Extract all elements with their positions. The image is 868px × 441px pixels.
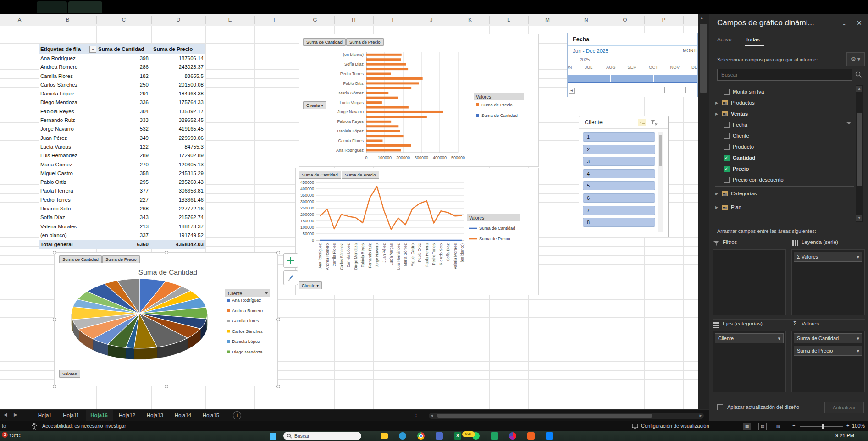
tab-todas[interactable]: Todas bbox=[746, 37, 760, 42]
column-header-F[interactable]: F bbox=[273, 14, 276, 26]
pivot-row[interactable]: Sofía Díaz343215762.74 bbox=[39, 213, 205, 222]
pivot-row[interactable]: Ricardo Soto268227772.16 bbox=[39, 204, 205, 213]
browser-blue-icon[interactable] bbox=[399, 432, 406, 440]
area-chip-suma-de-precio[interactable]: Suma de Precio▾ bbox=[794, 346, 862, 356]
column-header-K[interactable]: K bbox=[468, 14, 472, 26]
pivot-row[interactable]: Miguel Castro358245315.29 bbox=[39, 169, 205, 178]
tab-activo[interactable]: Activo bbox=[717, 37, 731, 42]
selection-handle[interactable] bbox=[53, 385, 56, 388]
timeline-scroll-left-button[interactable]: ◄ bbox=[569, 88, 575, 94]
zoom-level[interactable]: 100% bbox=[852, 423, 865, 429]
app-blue-icon[interactable] bbox=[436, 432, 443, 440]
column-header-I[interactable]: I bbox=[392, 14, 393, 26]
zoom-out-icon[interactable]: − bbox=[792, 423, 795, 428]
slicer-item-2[interactable]: 2 bbox=[583, 145, 655, 154]
start-button[interactable] bbox=[270, 433, 276, 441]
field-item-ventas[interactable]: ▶Ventas bbox=[715, 109, 851, 118]
pivot-row[interactable]: Jorge Navarro532419165.45 bbox=[39, 125, 205, 133]
axis-field-button-cliente[interactable]: Cliente ▾ bbox=[303, 101, 326, 109]
sheet-tab-hoja11[interactable]: Hoja11 bbox=[58, 410, 85, 421]
field-item-precio-con-descuento[interactable]: Precio con descuento bbox=[724, 175, 851, 184]
column-header-B[interactable]: B bbox=[66, 14, 70, 26]
area-chip-valores[interactable]: Σ Valores▾ bbox=[794, 252, 862, 262]
chevron-down-icon[interactable]: ⌄ bbox=[842, 20, 846, 27]
area-chip-suma-de-cantidad[interactable]: Suma de Cantidad▾ bbox=[794, 333, 862, 343]
column-header-H[interactable]: H bbox=[352, 14, 355, 26]
sheet-vertical-scrollbar[interactable]: ▲ bbox=[698, 14, 709, 409]
pivot-row[interactable]: Andrea Romero286243028.37 bbox=[39, 63, 205, 72]
slicer-cliente[interactable]: Cliente 12345678 bbox=[579, 116, 669, 237]
sheet-tab-hoja13[interactable]: Hoja13 bbox=[142, 410, 169, 421]
slicer-multiselect-icon[interactable] bbox=[638, 119, 646, 126]
sheet-tab-hoja14[interactable]: Hoja14 bbox=[170, 410, 197, 421]
app-multicolor-icon[interactable] bbox=[509, 432, 516, 440]
slicer-item-3[interactable]: 3 bbox=[583, 157, 655, 166]
timeline-month-JUN[interactable]: JUN bbox=[567, 65, 572, 70]
scroll-thumb[interactable] bbox=[700, 24, 707, 93]
checkbox-unchecked[interactable] bbox=[724, 122, 730, 128]
pivot-table[interactable]: Etiquetas de fila▾Suma de CantidadSuma d… bbox=[39, 44, 205, 249]
field-button-cantidad[interactable]: Suma de Cantidad bbox=[59, 255, 102, 263]
slicer-scrollbar[interactable] bbox=[658, 132, 663, 232]
area-valores[interactable]: Suma de Cantidad▾Suma de Precio▾ bbox=[791, 331, 865, 392]
pivot-row[interactable]: Pedro Torres227133661.46 bbox=[39, 196, 205, 204]
excel-icon[interactable]: X bbox=[454, 432, 461, 440]
slicer-item-1[interactable]: 1 bbox=[583, 132, 655, 142]
new-sheet-button[interactable]: + bbox=[233, 411, 241, 419]
view-page-layout-button[interactable]: ▤ bbox=[758, 423, 767, 430]
search-input[interactable] bbox=[717, 69, 852, 81]
column-header-N[interactable]: N bbox=[584, 14, 588, 26]
view-page-break-button[interactable]: ▨ bbox=[774, 423, 782, 430]
column-header-A[interactable]: A bbox=[18, 14, 22, 26]
selection-handle[interactable] bbox=[276, 251, 280, 254]
app-skyblue-icon[interactable] bbox=[546, 432, 553, 440]
timeline-selection-band[interactable] bbox=[568, 75, 698, 83]
pivot-row[interactable]: Fernando Ruiz333329652.45 bbox=[39, 116, 205, 125]
column-header-D[interactable]: D bbox=[177, 14, 180, 26]
timeline-period-dropdown[interactable]: MONTHS bbox=[683, 48, 698, 53]
slicer-item-7[interactable]: 7 bbox=[583, 206, 655, 215]
update-button[interactable]: Actualizar bbox=[824, 402, 864, 413]
defer-checkbox[interactable] bbox=[717, 404, 723, 410]
pivot-row[interactable]: Juan Pérez349229690.06 bbox=[39, 134, 205, 143]
selection-handle[interactable] bbox=[276, 385, 280, 388]
checkbox-unchecked[interactable] bbox=[724, 144, 730, 150]
sheet-tab-hoja12[interactable]: Hoja12 bbox=[114, 410, 141, 421]
pivot-row[interactable]: Daniela López291184963.38 bbox=[39, 89, 205, 98]
timeline-month-DEC[interactable]: DEC bbox=[691, 65, 698, 70]
sheet-horizontal-scrollbar[interactable]: ◀ ▶ bbox=[429, 413, 704, 419]
column-headers[interactable]: ABCDEFGHIJKLMNOPQ bbox=[0, 14, 698, 26]
ribbon-tab-stub-active[interactable] bbox=[68, 1, 102, 13]
chart-elements-button[interactable] bbox=[283, 253, 298, 268]
field-item-precio[interactable]: ✓Precio bbox=[724, 164, 851, 173]
expand-icon[interactable]: ▶ bbox=[715, 112, 719, 116]
field-item-productos[interactable]: ▶Productos bbox=[715, 98, 851, 107]
line-pivot-chart[interactable]: 0500001000001500002000002500003000003500… bbox=[295, 168, 539, 295]
zoom-in-icon[interactable]: + bbox=[846, 423, 849, 428]
field-item-categorías[interactable]: ▶Categorías bbox=[715, 189, 851, 198]
app-teal-icon[interactable] bbox=[491, 432, 498, 440]
timeline-month-AUG[interactable]: AUG bbox=[606, 65, 616, 70]
pivot-row[interactable]: Camila Flores18288655.5 bbox=[39, 72, 205, 81]
weather-temperature[interactable]: 13°C bbox=[9, 433, 21, 438]
slicer-item-6[interactable]: 6 bbox=[583, 193, 655, 203]
timeline-month-JUL[interactable]: JUL bbox=[585, 65, 593, 70]
selection-handle[interactable] bbox=[53, 251, 56, 254]
chevron-down-icon[interactable]: ▾ bbox=[857, 252, 859, 261]
pivot-row[interactable]: Carlos Sánchez250201500.08 bbox=[39, 81, 205, 89]
timeline-month-OCT[interactable]: OCT bbox=[649, 65, 658, 70]
chart-styles-button[interactable] bbox=[283, 270, 298, 285]
pivot-row[interactable]: Ana Rodríguez398187606.14 bbox=[39, 54, 205, 63]
pivot-row[interactable]: Paola Herrera377306656.81 bbox=[39, 187, 205, 195]
column-header-E[interactable]: E bbox=[228, 14, 232, 26]
expand-icon[interactable]: ▶ bbox=[715, 192, 719, 196]
selection-handle[interactable] bbox=[165, 251, 168, 254]
field-button-cantidad[interactable]: Suma de Cantidad bbox=[299, 171, 341, 179]
column-header-L[interactable]: L bbox=[507, 14, 510, 26]
filter-dropdown-icon[interactable]: ▾ bbox=[89, 46, 96, 53]
pivot-row[interactable]: (en blanco)337191749.52 bbox=[39, 231, 205, 240]
area-ejes[interactable]: Cliente▾ bbox=[713, 331, 786, 392]
tabs-next-icon[interactable]: ▶ bbox=[14, 412, 17, 417]
accessibility-status[interactable]: Accesibilidad: es necesario investigar bbox=[42, 423, 126, 429]
timeline-month-NOV[interactable]: NOV bbox=[670, 65, 680, 70]
